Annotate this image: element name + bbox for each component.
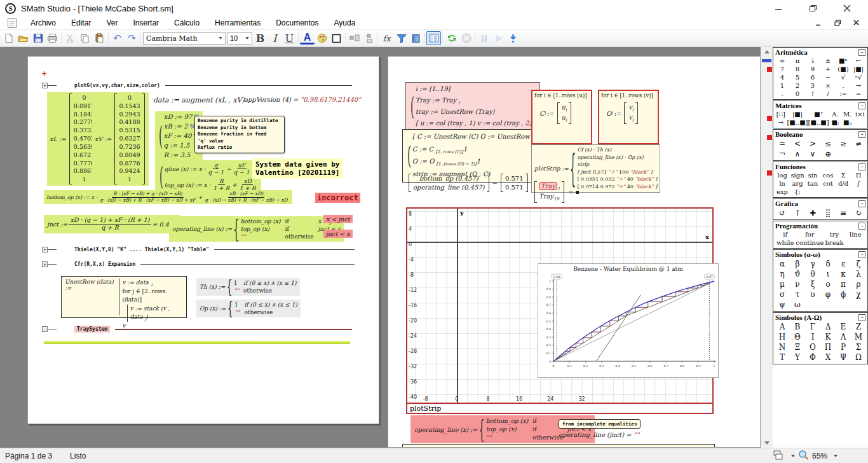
open-file-button[interactable] <box>16 31 31 45</box>
redo-button[interactable]: ↷ <box>125 31 139 45</box>
palette-button[interactable]: Χ <box>820 352 836 363</box>
palette-button[interactable]: ζ <box>851 259 866 269</box>
palette-button[interactable]: < <box>790 139 805 149</box>
palette-button[interactable]: ■ᵢᵢ <box>841 118 853 127</box>
palette-button[interactable]: (■) <box>836 65 851 73</box>
palette-button[interactable]: ρ <box>851 279 866 289</box>
palette-button[interactable]: Ι <box>805 332 820 342</box>
font-family-select[interactable]: Cambria Math <box>143 32 226 45</box>
palette-button[interactable]: 1 <box>775 81 790 90</box>
plot-expression[interactable]: plotStrip <box>407 403 712 413</box>
palette-button[interactable]: 8 <box>790 65 805 73</box>
for-loop-u[interactable]: for i ∈ [1..rows (u)] Ci := uiui <box>531 90 592 144</box>
expand-icon[interactable]: + <box>42 247 48 252</box>
palette-button[interactable]: ⣿ <box>820 208 836 218</box>
palette-button[interactable]: A. <box>829 110 841 118</box>
error-marker[interactable] <box>767 135 772 140</box>
reference-book-button[interactable]: ? <box>409 31 423 45</box>
palette-button[interactable]: ∨ <box>805 149 820 159</box>
palette-button[interactable]: ϑ <box>790 269 805 279</box>
palette-button[interactable]: 7 <box>775 65 790 73</box>
palette-button[interactable]: ≡ <box>836 208 851 218</box>
palette-button[interactable]: χ <box>851 289 866 300</box>
palette-button[interactable]: ∞ <box>775 57 790 65</box>
palette-button[interactable]: for <box>796 230 824 238</box>
error-marker[interactable] <box>767 67 772 72</box>
palette-button[interactable]: 4 <box>775 73 790 81</box>
tray-result[interactable]: Tray1 Tray19 = <box>533 181 579 203</box>
collapse-button[interactable]: - <box>858 223 865 230</box>
palette-button[interactable]: / <box>820 90 836 98</box>
section-cfr[interactable]: + Cfr(R,X,x) Expansion <box>42 261 355 267</box>
system-data-note[interactable]: System data given by Valentino [20201119… <box>252 158 342 179</box>
tray-index-block[interactable]: ( i := [1..19]Tray := Tray itray := Unes… <box>405 82 540 132</box>
palette-button[interactable]: {: <box>790 188 805 196</box>
palette-button[interactable]: ■ᵀ <box>808 110 829 118</box>
palette-button[interactable]: while <box>775 238 796 247</box>
palette-button[interactable]: := <box>836 90 851 98</box>
menu-item[interactable]: Editar <box>64 17 98 29</box>
doc-restore-button[interactable] <box>832 18 843 27</box>
palette-button[interactable]: 3 <box>805 81 820 90</box>
stop-button[interactable] <box>459 31 473 45</box>
border-button[interactable] <box>329 31 344 45</box>
palette-button[interactable]: ξ <box>805 279 820 289</box>
palette-button[interactable]: log <box>775 171 790 179</box>
palette-button[interactable]: ■ᵢ <box>829 118 841 127</box>
palette-button[interactable]: 6 <box>805 73 820 81</box>
page-2[interactable]: ( i := [1..19]Tray := Tray itray := Unes… <box>388 56 761 448</box>
restore-button[interactable] <box>804 3 821 14</box>
palette-button[interactable]: Μ <box>851 332 866 342</box>
palette-button[interactable]: exp <box>775 188 790 196</box>
doc-close-button[interactable] <box>851 18 862 27</box>
copy-button[interactable] <box>78 31 92 45</box>
palette-button[interactable]: if <box>775 230 796 238</box>
palette-button[interactable]: Τ <box>775 352 790 363</box>
operating-line-jnct-result[interactable]: operating_line (jnct) = "" <box>559 431 639 438</box>
palette-button[interactable]: ∧ <box>790 149 805 159</box>
palette-button[interactable]: sign <box>790 171 805 179</box>
save-button[interactable] <box>31 31 45 45</box>
palette-button[interactable]: μ <box>775 279 790 289</box>
data-definition[interactable]: data := augment (xL , xV) <box>153 96 245 104</box>
palette-button[interactable]: ο <box>820 279 836 289</box>
palette-button[interactable]: Υ <box>790 352 805 363</box>
menu-item[interactable]: Ayuda <box>327 17 363 29</box>
palette-button[interactable]: ! <box>805 90 820 98</box>
paste-button[interactable] <box>92 31 107 45</box>
matrix-xv[interactable]: xV := 00.15430.29430.41880.53150.63270.7… <box>92 92 149 186</box>
palette-button[interactable]: ✚ <box>805 208 820 218</box>
th-definition[interactable]: Th (x) := { 1if (0 ≤ x) ∧ (x ≤ 1) ""othe… <box>196 278 300 296</box>
palette-button[interactable]: δ <box>820 259 836 269</box>
scroll-down-button[interactable] <box>761 438 773 448</box>
palette-button[interactable]: α <box>775 259 790 269</box>
expand-icon[interactable]: + <box>42 83 48 88</box>
palette-button[interactable]: [■..■] <box>787 118 808 127</box>
background-color-button[interactable] <box>315 31 329 45</box>
palette-button[interactable]: × <box>820 81 836 90</box>
qline-topop-definitions[interactable]: ( qline (x) := x · qq − 1 − xFq − 1 top_… <box>155 160 261 193</box>
palette-button[interactable]: 9 <box>805 65 820 73</box>
palette-button[interactable]: i×i <box>854 110 866 118</box>
unestrow-definition[interactable]: UnestRow (data) := v := data 1 for j ∈ [… <box>61 276 187 318</box>
palette-button[interactable]: → <box>775 118 787 127</box>
collapse-button[interactable]: - <box>858 200 865 207</box>
palette-button[interactable]: Ψ <box>836 352 851 363</box>
palette-button[interactable]: |■| <box>787 110 808 118</box>
collapse-button[interactable]: - <box>858 131 865 138</box>
palette-button[interactable]: κ <box>836 269 851 279</box>
chevron-down-icon[interactable] <box>834 455 837 457</box>
palette-button[interactable]: i <box>805 57 820 65</box>
palette-button[interactable]: > <box>805 139 820 149</box>
palette-button[interactable]: τ <box>790 289 805 300</box>
palette-button[interactable]: − <box>820 73 836 81</box>
palette-button[interactable]: ε <box>836 259 851 269</box>
menu-item[interactable]: Ver <box>98 17 125 29</box>
section-plotg[interactable]: + plotG(vx,vy,char,size,color) <box>42 83 352 88</box>
palette-button[interactable]: = <box>775 139 790 149</box>
palette-button[interactable]: Ω <box>851 352 866 363</box>
palette-button[interactable]: . <box>775 90 790 98</box>
bold-button[interactable]: B <box>253 31 268 45</box>
palette-button[interactable]: ≥ <box>836 139 851 149</box>
palette-button[interactable]: Θ <box>790 332 805 342</box>
